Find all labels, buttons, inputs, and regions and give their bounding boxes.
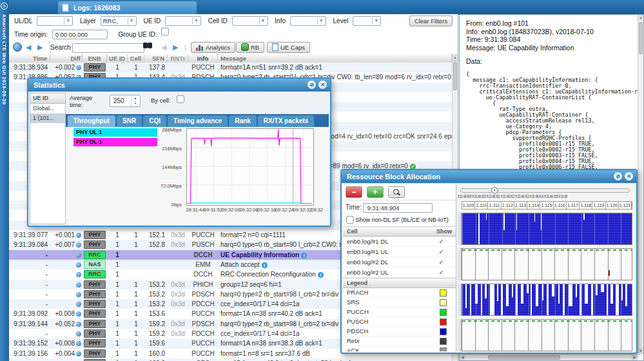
cell-row[interactable]: enb0.log/#1 DL✓ [343, 237, 456, 247]
slider-thumb[interactable] [491, 187, 498, 194]
level-select[interactable]: ▼ [353, 16, 381, 26]
cell-row[interactable]: enb0.log/#2 DL✓ [343, 257, 456, 268]
cell-time: 9:31:39.156 [9, 349, 50, 358]
search-input[interactable] [72, 43, 144, 53]
cell-time: - [9, 358, 50, 361]
history-ball-icon [76, 322, 81, 327]
ue-list-item[interactable]: 1 (101... [30, 113, 65, 123]
tab-throughput[interactable]: Throughput [68, 115, 115, 127]
tab-rank[interactable]: Rank [229, 115, 256, 127]
ue-caps-button[interactable]: UE Caps [267, 42, 310, 53]
uldl-select[interactable]: ▼ [37, 16, 73, 26]
column-header[interactable]: Info [188, 54, 218, 63]
group-ueid-checkbox[interactable] [161, 28, 169, 35]
log-row[interactable]: 9:31:38.934+0.002PHY11137.8PUCCHformat=1… [9, 63, 452, 72]
rb-button[interactable]: RB [236, 42, 264, 53]
info-icon[interactable]: i [318, 272, 324, 278]
detail-vertical-scrollbar[interactable]: ▲ ▼ [638, 15, 643, 354]
column-header[interactable]: RNTI [168, 54, 188, 63]
tab-cqi[interactable]: CQI [143, 115, 166, 127]
statistics-window-titlebar[interactable]: Statistics ⊘ ✕ [28, 79, 330, 92]
next-arrow-icon[interactable]: ▶ [37, 43, 43, 52]
band-plot[interactable] [462, 319, 632, 351]
search-next-arrow-icon[interactable]: ▶ [173, 43, 178, 52]
column-header[interactable]: Message [218, 54, 452, 63]
by-cell-checkbox[interactable] [177, 95, 184, 103]
cell-row[interactable]: enb0.log/#2 UL✓ [343, 268, 456, 278]
detach-window-icon[interactable]: ⊘ [307, 81, 316, 89]
info-icon[interactable]: i [301, 253, 307, 259]
column-header[interactable]: SFN [144, 54, 168, 63]
scroll-thumb[interactable] [488, 355, 560, 360]
zoom-in-button[interactable]: + [367, 186, 384, 198]
detach-window-icon[interactable]: ⊘ [614, 172, 622, 180]
show-checkmark[interactable]: ✓ [439, 257, 444, 267]
show-checkmark[interactable]: ✓ [439, 237, 444, 246]
log-row[interactable]: -PHY11160.0SRSsnr=15.1 epre=-42.9 ta=0 r… [9, 358, 452, 361]
close-window-icon[interactable]: ✕ [318, 81, 327, 89]
rb-time-label: Time: [346, 204, 362, 211]
ue-list-item[interactable]: Global... [30, 104, 65, 113]
layer-select[interactable]: RRC,▼ [101, 16, 137, 26]
x-tick-label: 09:32:32 [293, 207, 312, 213]
info-icon[interactable]: i [262, 262, 268, 268]
refresh-clock-icon[interactable] [13, 43, 22, 52]
x-tick-label: 09:31:44 [186, 207, 204, 213]
cell-enb: RRC [83, 250, 107, 260]
zoom-out-button[interactable]: − [346, 186, 362, 198]
allocation-gap [621, 284, 623, 300]
scroll-up-icon[interactable]: ▲ [638, 15, 643, 21]
cell-diff [50, 260, 83, 269]
detail-horizontal-scrollbar[interactable]: ◀ ▶ [460, 354, 638, 360]
legend-item[interactable]: PHY DL 1 [73, 138, 157, 146]
scroll-thumb[interactable] [639, 22, 643, 54]
analytics-button[interactable]: Analytics [191, 42, 235, 53]
scroll-thumb[interactable] [453, 62, 457, 90]
log-table-header: TimeDiffENBUE IDCellSFNRNTIInfoMessage [9, 54, 452, 63]
close-window-icon[interactable]: ✕ [625, 172, 633, 180]
allocation-gap [531, 284, 532, 315]
detail-header-line: Message: UE Capability Information [466, 44, 636, 52]
column-header[interactable]: ENB [83, 54, 107, 63]
cellid-select[interactable]: ▼ [232, 16, 268, 26]
scroll-left-icon[interactable]: ◀ [460, 355, 465, 360]
prev-arrow-icon[interactable]: ◀ [26, 43, 31, 52]
search-prev-arrow-icon[interactable]: ◀ [161, 43, 166, 52]
tab-rx-tx-packets[interactable]: RX/TX packets [258, 115, 314, 127]
column-header[interactable]: UE ID [107, 54, 128, 63]
scroll-down-icon[interactable]: ▼ [638, 348, 643, 354]
show-checkmark[interactable]: ✓ [439, 268, 444, 277]
band-plot[interactable] [462, 213, 632, 245]
time-origin-input[interactable]: 0:00:00.000 [52, 30, 108, 39]
average-time-stepper[interactable]: 250 ▲▼ [110, 95, 141, 107]
show-checkmark[interactable]: ✓ [439, 247, 444, 257]
rb-time-slider[interactable] [460, 188, 630, 193]
y-tick-label: 216Mbps [150, 146, 182, 151]
band-plot[interactable] [462, 248, 632, 280]
scroll-right-icon[interactable]: ▶ [632, 355, 638, 360]
sidebar-expand-icon[interactable]: > [1, 3, 8, 10]
rb-window-titlebar[interactable]: Ressource Block Allocation ⊘ ✕ [342, 170, 636, 183]
tab-timing-advance[interactable]: Timing advance [168, 115, 228, 127]
filter-row-1: UL/DL ▼ Layer RRC,▼ UE ID ▼ Cell ID ▼ In… [9, 14, 458, 29]
info-select[interactable]: ▼ [290, 16, 326, 26]
column-header[interactable]: Cell [128, 54, 144, 63]
rb-time-input[interactable]: 9:31:48.904 [363, 203, 433, 213]
allocation-gap [583, 213, 584, 220]
tab-logs[interactable]: Logs: 1626083 [58, 1, 197, 14]
cell-row[interactable]: enb0.log/#1 UL✓ [343, 247, 456, 257]
ueid-select[interactable]: ▼ [165, 16, 201, 26]
tab-snr[interactable]: SNR [117, 115, 142, 127]
stepper-arrows-icon[interactable]: ▲▼ [131, 95, 139, 106]
magnifier-icon[interactable] [388, 186, 405, 198]
by-cell-label: By cell: [151, 97, 171, 104]
band-plot[interactable] [462, 284, 632, 316]
column-header[interactable]: Time [9, 54, 50, 63]
scroll-up-icon[interactable]: ▲ [453, 54, 458, 61]
cell-diff: +0.007 [50, 240, 83, 249]
clear-filters-button[interactable]: Clear Filters [409, 15, 453, 26]
column-header[interactable]: Diff [50, 54, 83, 63]
diff-value: +0.001 [55, 231, 75, 239]
show-non-dl-sf-checkbox[interactable] [346, 216, 354, 224]
legend-item[interactable]: PHY UL 1 [73, 128, 157, 137]
